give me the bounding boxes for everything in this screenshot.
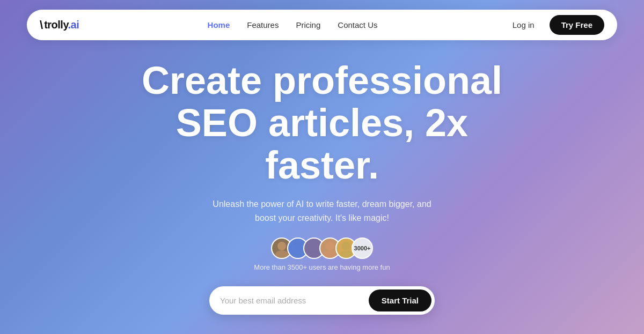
nav-item-pricing[interactable]: Pricing [296,20,320,30]
svg-point-1 [275,250,288,258]
nav-right: Log in Try Free [506,15,604,35]
email-input[interactable] [220,292,369,309]
svg-point-6 [326,242,334,250]
svg-point-0 [277,242,286,250]
user-count-badge: 3000+ [352,237,373,259]
nav-link-pricing[interactable]: Pricing [296,20,320,29]
nav-item-features[interactable]: Features [247,20,279,30]
svg-point-8 [342,242,350,250]
nav-link-home[interactable]: Home [208,20,230,29]
logo[interactable]: \ trolly.ai [40,18,79,32]
nav-link-features[interactable]: Features [247,20,279,29]
svg-point-9 [340,250,353,258]
users-text: More than 3500+ users are having more fu… [254,263,390,271]
nav-item-contact[interactable]: Contact Us [338,20,377,30]
avatars-row: 3000+ [271,237,373,259]
hero-subtitle: Unleash the power of AI to write faster,… [209,197,435,225]
cta-form: Start Trial [209,286,435,315]
nav-item-home[interactable]: Home [208,20,230,30]
try-free-button[interactable]: Try Free [550,15,604,35]
svg-point-4 [310,242,318,250]
hero-title: Create professional SEO articles, 2x fas… [134,60,510,187]
navbar: \ trolly.ai Home Features Pricing Contac… [27,10,617,40]
svg-point-2 [294,242,302,250]
logo-dot: .ai [68,19,79,31]
svg-point-7 [324,250,336,258]
logo-name: trolly.ai [44,19,79,31]
logo-bracket: \ [40,18,43,32]
nav-link-contact[interactable]: Contact Us [338,20,377,29]
start-trial-button[interactable]: Start Trial [369,290,431,311]
svg-point-5 [308,250,320,258]
hero-content: Create professional SEO articles, 2x fas… [123,46,521,334]
svg-point-3 [291,250,304,258]
nav-links: Home Features Pricing Contact Us [208,20,378,30]
login-button[interactable]: Log in [506,16,541,34]
hero-background: \ trolly.ai Home Features Pricing Contac… [0,0,644,334]
